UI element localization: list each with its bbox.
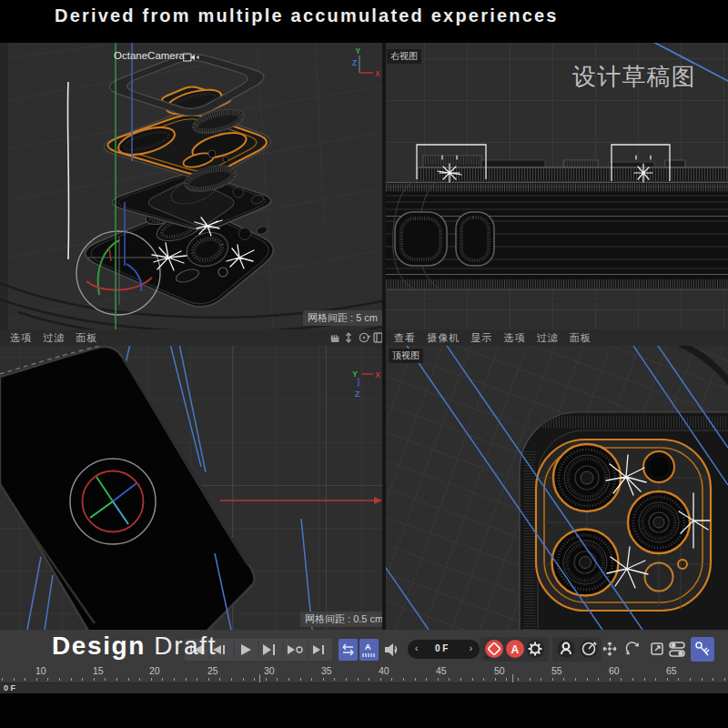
svg-text:A: A xyxy=(365,642,371,652)
svg-text:X: X xyxy=(375,370,380,379)
svg-text:X: X xyxy=(375,69,380,78)
svg-text:Y: Y xyxy=(352,369,358,379)
svg-text:Z: Z xyxy=(355,389,360,399)
svg-text:A: A xyxy=(511,643,520,656)
svg-text:Z: Z xyxy=(352,58,357,67)
svg-text:Y: Y xyxy=(356,46,361,56)
